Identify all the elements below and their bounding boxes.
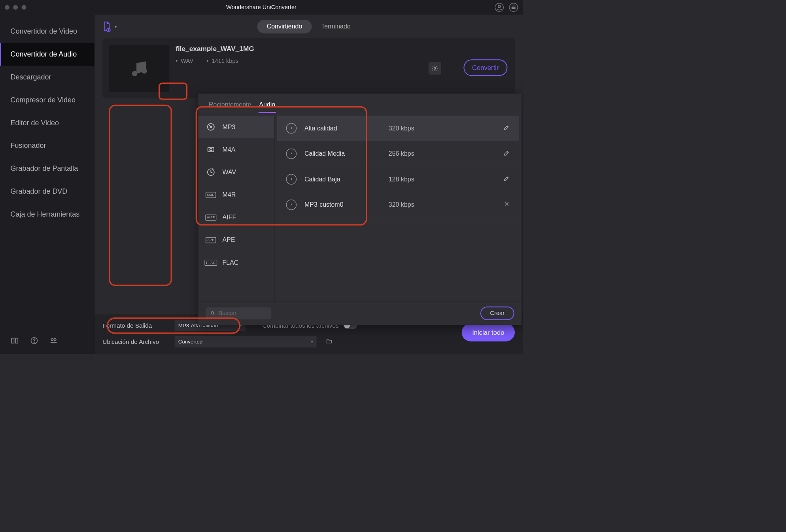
edit-preset-icon[interactable] <box>503 175 510 183</box>
edit-preset-icon[interactable] <box>503 124 510 132</box>
format-item[interactable]: FLACFLAC <box>198 251 274 274</box>
community-icon[interactable] <box>49 336 58 346</box>
quality-row[interactable]: Alta calidad320 kbps <box>277 116 519 141</box>
sidebar: Convertidor de VideoConvertidor de Audio… <box>0 15 94 354</box>
quality-name: MP3-custom0 <box>304 201 389 209</box>
convert-button[interactable]: Convertir <box>463 59 507 76</box>
file-card: file_example_WAV_1MG WAV 1411 kbps Conve… <box>102 38 515 98</box>
quality-icon <box>286 149 297 159</box>
sidebar-item[interactable]: Caja de Herramientas <box>0 203 94 226</box>
quality-rate: 128 kbps <box>389 175 414 183</box>
format-popover: Recientemente Audio MP3M4AWAVM4RM4RAIFFA… <box>198 94 521 325</box>
sidebar-item[interactable]: Grabador de Pantalla <box>0 157 94 180</box>
svg-rect-14 <box>208 147 214 152</box>
format-icon: FLAC <box>206 258 216 267</box>
window-controls <box>5 5 26 10</box>
svg-point-0 <box>498 5 501 8</box>
sidebar-item[interactable]: Convertidor de Video <box>0 20 94 43</box>
help-icon[interactable] <box>30 336 38 346</box>
format-list: MP3M4AWAVM4RM4RAIFFAIFFAPEAPEFLACFLAC <box>198 116 274 301</box>
popover-tab-audio[interactable]: Audio <box>257 99 278 112</box>
start-all-button[interactable]: Iniciar todo <box>462 323 515 341</box>
sidebar-item[interactable]: Compresor de Video <box>0 89 94 111</box>
svg-point-6 <box>51 339 53 341</box>
format-icon: AIFF <box>206 213 216 222</box>
open-folder-icon[interactable] <box>325 338 333 345</box>
svg-point-15 <box>210 149 212 151</box>
file-name: file_example_WAV_1MG <box>176 45 508 53</box>
format-label: AIFF <box>223 214 236 221</box>
sidebar-item[interactable]: Editor de Video <box>0 111 94 134</box>
svg-line-20 <box>214 314 215 315</box>
file-specs: WAV 1411 kbps <box>176 58 508 64</box>
svg-point-5 <box>34 342 34 343</box>
menu-icon[interactable] <box>509 3 518 12</box>
format-item[interactable]: AIFFAIFF <box>198 206 274 228</box>
account-icon[interactable] <box>495 3 504 12</box>
format-label: WAV <box>223 168 236 176</box>
svg-point-10 <box>142 68 147 74</box>
format-item[interactable]: M4A <box>198 138 274 161</box>
quality-row[interactable]: Calidad Media256 kbps <box>277 141 519 167</box>
output-format-label: Formato de Salida <box>102 322 168 329</box>
search-icon <box>210 310 215 316</box>
close-window-button[interactable] <box>5 5 9 10</box>
format-label: M4R <box>223 191 236 198</box>
app-title: Wondershare UniConverter <box>226 4 297 11</box>
sidebar-item[interactable]: Fusionador <box>0 134 94 157</box>
quality-row[interactable]: MP3-custom0320 kbps <box>277 192 519 218</box>
tab-converting[interactable]: Convirtiendo <box>257 20 312 34</box>
status-tabs: Convirtiendo Terminado <box>257 20 360 34</box>
svg-point-11 <box>434 68 436 69</box>
format-icon: M4R <box>206 190 216 199</box>
file-location-label: Ubicación de Archivo <box>102 338 168 345</box>
svg-point-7 <box>54 339 56 341</box>
format-label: M4A <box>223 146 236 153</box>
format-item[interactable]: MP3 <box>198 116 274 138</box>
zoom-window-button[interactable] <box>22 5 26 10</box>
svg-point-19 <box>211 311 214 314</box>
sidebar-item[interactable]: Descargador <box>0 66 94 89</box>
format-item[interactable]: APEAPE <box>198 229 274 251</box>
quality-name: Alta calidad <box>304 125 389 132</box>
format-icon <box>206 168 216 177</box>
search-input[interactable] <box>219 310 267 317</box>
content-area: ▾ Convirtiendo Terminado file_example_WA… <box>94 15 523 354</box>
create-preset-button[interactable]: Crear <box>480 306 514 320</box>
quality-name: Calidad Media <box>304 150 389 158</box>
quality-row[interactable]: Calidad Baja128 kbps <box>277 167 519 192</box>
quality-list: Alta calidad320 kbpsCalidad Media256 kbp… <box>274 116 521 301</box>
sidebar-item[interactable]: Convertidor de Audio <box>0 43 94 66</box>
format-icon <box>206 123 216 132</box>
titlebar: Wondershare UniConverter <box>0 0 523 15</box>
add-file-button[interactable]: ▾ <box>102 21 117 32</box>
sidebar-item[interactable]: Grabador de DVD <box>0 180 94 203</box>
chevron-down-icon: ▾ <box>115 24 117 29</box>
quality-icon <box>286 123 297 134</box>
topbar: ▾ Convirtiendo Terminado <box>94 15 523 38</box>
file-location-select[interactable]: Converted ▾ <box>175 336 317 347</box>
quality-name: Calidad Baja <box>304 175 389 183</box>
format-icon <box>206 145 216 154</box>
svg-point-13 <box>210 126 212 128</box>
popover-tab-recent[interactable]: Recientemente <box>206 99 254 112</box>
format-item[interactable]: WAV <box>198 161 274 183</box>
svg-point-9 <box>132 71 137 76</box>
gear-icon[interactable] <box>429 62 441 75</box>
guide-icon[interactable] <box>11 336 19 346</box>
file-codec: WAV <box>176 58 193 64</box>
minimize-window-button[interactable] <box>13 5 18 10</box>
format-search[interactable] <box>206 307 271 319</box>
format-label: APE <box>223 236 235 244</box>
tab-finished[interactable]: Terminado <box>312 20 360 34</box>
format-label: FLAC <box>223 259 239 266</box>
format-icon: APE <box>206 236 216 245</box>
format-label: MP3 <box>223 123 236 131</box>
delete-preset-icon[interactable] <box>503 200 510 209</box>
edit-preset-icon[interactable] <box>503 149 510 158</box>
quality-rate: 320 kbps <box>389 201 414 209</box>
quality-rate: 320 kbps <box>389 125 414 132</box>
format-item[interactable]: M4RM4R <box>198 183 274 206</box>
quality-rate: 256 kbps <box>389 150 414 158</box>
file-bitrate: 1411 kbps <box>206 58 238 64</box>
